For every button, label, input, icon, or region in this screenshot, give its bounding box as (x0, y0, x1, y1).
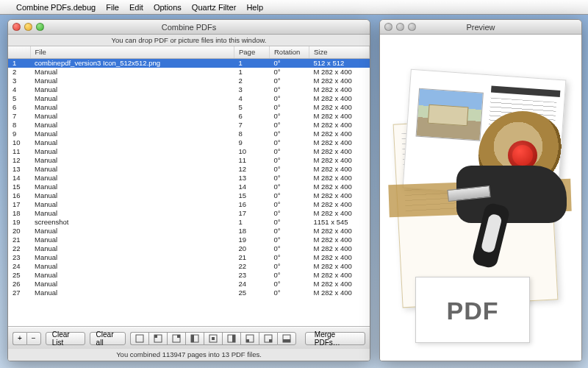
svg-rect-4 (177, 335, 180, 338)
table-row[interactable]: 21Manual190°M 282 x 400 (8, 236, 370, 244)
cell-file: Manual (30, 262, 234, 271)
cell-idx: 8 (8, 121, 30, 130)
cell-page: 10 (234, 147, 270, 156)
table-row[interactable]: 13Manual120°M 282 x 400 (8, 165, 370, 174)
clear-all-button[interactable]: Clear all (90, 332, 126, 345)
menu-edit[interactable]: Edit (129, 3, 143, 12)
table-row[interactable]: 4Manual30°M 282 x 400 (8, 85, 370, 94)
table-row[interactable]: 22Manual200°M 282 x 400 (8, 244, 370, 253)
cell-page: 2 (234, 77, 270, 85)
cell-idx: 20 (8, 227, 30, 236)
svg-rect-2 (154, 335, 157, 338)
table-row[interactable]: 10Manual90°M 282 x 400 (8, 138, 370, 147)
minimize-icon[interactable] (24, 23, 32, 31)
table-row[interactable]: 24Manual220°M 282 x 400 (8, 262, 370, 271)
layout-bottom-right-icon[interactable] (259, 332, 277, 345)
cell-rotation: 0° (270, 174, 309, 183)
table-row[interactable]: 17Manual160°M 282 x 400 (8, 200, 370, 209)
col-rotation[interactable]: Rotation (270, 46, 309, 58)
cell-page: 19 (234, 236, 270, 244)
table-header-row[interactable]: File Page Rotation Size (8, 46, 370, 58)
table-row[interactable]: 18Manual170°M 282 x 400 (8, 209, 370, 218)
menu-file[interactable]: File (106, 3, 119, 12)
titlebar[interactable]: Preview (380, 20, 581, 35)
cell-size: M 282 x 400 (309, 147, 370, 156)
table-row[interactable]: 23Manual210°M 282 x 400 (8, 253, 370, 262)
menu-options[interactable]: Options (154, 3, 182, 12)
cell-file: screenshot (30, 218, 234, 227)
table-row[interactable]: 26Manual240°M 282 x 400 (8, 280, 370, 289)
cell-rotation: 0° (270, 236, 309, 244)
cell-rotation: 0° (270, 280, 309, 289)
cell-page: 13 (234, 174, 270, 183)
layout-center-icon[interactable] (204, 332, 222, 345)
table-row[interactable]: 25Manual230°M 282 x 400 (8, 271, 370, 280)
zoom-icon[interactable] (36, 23, 44, 31)
cell-file: Manual (30, 121, 234, 130)
col-page[interactable]: Page (234, 46, 270, 58)
table-row[interactable]: 12Manual110°M 282 x 400 (8, 156, 370, 165)
table-row[interactable]: 15Manual140°M 282 x 400 (8, 183, 370, 191)
cell-file: Manual (30, 94, 234, 103)
table-row[interactable]: 2Manual10°M 282 x 400 (8, 68, 370, 77)
cell-size: M 282 x 400 (309, 280, 370, 289)
remove-button[interactable]: − (26, 332, 41, 345)
cell-idx: 11 (8, 147, 30, 156)
add-button[interactable]: + (12, 332, 26, 345)
close-icon[interactable] (384, 23, 392, 31)
cell-file: Manual (30, 200, 234, 209)
cell-file: Manual (30, 183, 234, 191)
cell-size: M 282 x 400 (309, 236, 370, 244)
layout-left-icon[interactable] (185, 332, 204, 345)
minimize-icon[interactable] (396, 23, 404, 31)
col-file[interactable]: File (30, 46, 234, 58)
cell-size: M 282 x 400 (309, 200, 370, 209)
titlebar[interactable]: Combine PDFs (8, 20, 370, 35)
clear-list-button[interactable]: Clear List (46, 332, 85, 345)
table-row[interactable]: 16Manual150°M 282 x 400 (8, 191, 370, 200)
col-size[interactable]: Size (309, 46, 370, 58)
zoom-icon[interactable] (408, 23, 416, 31)
table-row[interactable]: 8Manual70°M 282 x 400 (8, 121, 370, 130)
layout-top-right-icon[interactable] (167, 332, 185, 345)
table-row[interactable]: 19screenshot10°1151 x 545 (8, 218, 370, 227)
cell-rotation: 0° (270, 271, 309, 280)
merge-pdfs-button[interactable]: Merge PDFs… (305, 332, 365, 345)
file-table[interactable]: File Page Rotation Size 1combinepdf_vers… (8, 46, 370, 327)
table-row[interactable]: 11Manual100°M 282 x 400 (8, 147, 370, 156)
cell-file: Manual (30, 130, 234, 138)
cell-size: M 282 x 400 (309, 174, 370, 183)
cell-size: M 282 x 400 (309, 183, 370, 191)
cell-size: 1151 x 545 (309, 218, 370, 227)
cell-size: M 282 x 400 (309, 165, 370, 174)
table-row[interactable]: 5Manual40°M 282 x 400 (8, 94, 370, 103)
table-row[interactable]: 7Manual60°M 282 x 400 (8, 112, 370, 121)
table-row[interactable]: 20Manual180°M 282 x 400 (8, 227, 370, 236)
menu-app[interactable]: Combine PDFs.debug (16, 3, 96, 12)
close-icon[interactable] (12, 23, 21, 31)
layout-bottom-left-icon[interactable] (240, 332, 259, 345)
table-row[interactable]: 9Manual80°M 282 x 400 (8, 130, 370, 138)
table-row[interactable]: 27Manual250°M 282 x 400 (8, 289, 370, 297)
table-row[interactable]: 3Manual20°M 282 x 400 (8, 77, 370, 85)
cell-page: 15 (234, 191, 270, 200)
cell-rotation: 0° (270, 112, 309, 121)
cell-idx: 24 (8, 262, 30, 271)
cell-page: 25 (234, 289, 270, 297)
layout-bottom-icon[interactable] (277, 332, 296, 345)
table-row[interactable]: 14Manual130°M 282 x 400 (8, 174, 370, 183)
cell-idx: 9 (8, 130, 30, 138)
col-index[interactable] (8, 46, 30, 58)
menu-help[interactable]: Help (246, 3, 263, 12)
table-row[interactable]: 1combinepdf_version3 Icon_512x512.png10°… (8, 58, 370, 68)
cell-rotation: 0° (270, 85, 309, 94)
svg-rect-8 (212, 337, 215, 340)
menu-quartz[interactable]: Quartz Filter (192, 3, 237, 12)
window-controls (384, 23, 416, 31)
layout-top-left-icon[interactable] (148, 332, 167, 345)
layout-full-icon[interactable] (130, 332, 148, 345)
cell-size: M 282 x 400 (309, 103, 370, 112)
layout-right-icon[interactable] (222, 332, 240, 345)
bottom-toolbar: + − Clear List Clear all Merge PDFs… (8, 327, 370, 349)
table-row[interactable]: 6Manual50°M 282 x 400 (8, 103, 370, 112)
